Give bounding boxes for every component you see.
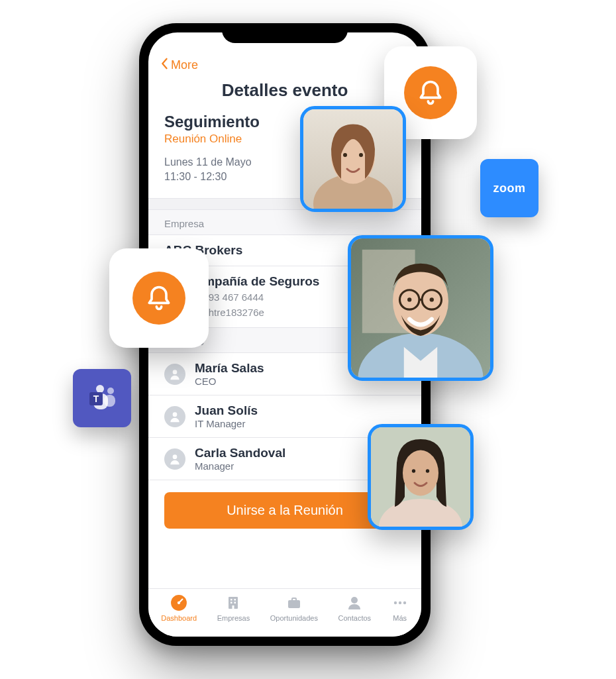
participant-photo xyxy=(368,424,474,530)
svg-point-39 xyxy=(403,450,438,496)
building-icon xyxy=(225,594,242,611)
svg-point-4 xyxy=(178,601,180,604)
svg-rect-8 xyxy=(231,602,232,604)
svg-rect-9 xyxy=(234,602,236,604)
svg-point-41 xyxy=(426,469,429,472)
tab-label: Contactos xyxy=(338,614,372,622)
svg-point-14 xyxy=(393,601,396,604)
svg-rect-7 xyxy=(234,599,236,601)
back-link[interactable]: More xyxy=(171,58,198,72)
avatar-image xyxy=(351,238,490,378)
contact-name: Carla Sandoval xyxy=(195,446,285,460)
avatar-image xyxy=(371,427,470,527)
zoom-logo-text: zoom xyxy=(493,182,526,195)
bell-icon xyxy=(132,272,185,325)
svg-rect-6 xyxy=(231,599,232,601)
svg-point-0 xyxy=(173,370,178,374)
svg-point-18 xyxy=(107,388,114,394)
tab-label: Oportunidades xyxy=(270,614,318,622)
contact-name: Juan Solís xyxy=(195,403,258,418)
svg-point-36 xyxy=(430,297,434,301)
briefcase-icon xyxy=(285,594,303,611)
tab-label: Dashboard xyxy=(161,614,197,622)
svg-point-15 xyxy=(398,601,401,604)
tab-more[interactable]: Más xyxy=(391,594,409,622)
contact-role: IT Manager xyxy=(195,418,258,429)
more-icon xyxy=(391,594,409,611)
contact-name: María Salas xyxy=(195,361,264,376)
tab-opportunities[interactable]: Oportunidades xyxy=(270,594,318,622)
person-icon xyxy=(346,594,363,611)
bottom-tab-bar: Dashboard Empresas Oportunidades xyxy=(148,588,421,637)
svg-rect-10 xyxy=(232,605,234,609)
phone-notch xyxy=(222,23,348,43)
contact-role: CEO xyxy=(195,376,264,387)
svg-point-27 xyxy=(359,153,363,157)
tab-contacts[interactable]: Contactos xyxy=(338,594,372,622)
tab-label: Más xyxy=(393,614,407,622)
bell-icon xyxy=(404,66,457,119)
person-icon xyxy=(164,406,185,427)
back-chevron-icon[interactable] xyxy=(160,58,168,72)
person-icon xyxy=(164,448,185,470)
notification-bell-card xyxy=(109,248,209,348)
svg-point-1 xyxy=(173,412,178,417)
teams-integration-tile: T xyxy=(73,369,131,427)
home-indicator xyxy=(242,637,328,641)
dashboard-icon xyxy=(170,594,187,611)
svg-point-16 xyxy=(403,601,405,604)
svg-text:T: T xyxy=(93,393,99,404)
svg-point-35 xyxy=(407,297,411,301)
tab-companies[interactable]: Empresas xyxy=(217,594,250,622)
svg-point-26 xyxy=(343,153,347,157)
svg-point-17 xyxy=(96,385,104,393)
zoom-integration-tile: zoom xyxy=(480,159,539,217)
tab-label: Empresas xyxy=(217,614,250,622)
svg-point-13 xyxy=(351,597,358,603)
person-icon xyxy=(164,364,185,385)
svg-point-2 xyxy=(173,454,178,459)
avatar-image xyxy=(303,109,403,209)
participant-photo xyxy=(348,235,493,381)
svg-rect-12 xyxy=(292,598,296,601)
svg-point-40 xyxy=(412,469,415,472)
contact-role: Manager xyxy=(195,460,285,472)
company-section-header: Empresa xyxy=(148,210,421,235)
participant-photo xyxy=(300,106,406,212)
teams-icon: T xyxy=(84,380,120,416)
tab-dashboard[interactable]: Dashboard xyxy=(161,594,197,622)
